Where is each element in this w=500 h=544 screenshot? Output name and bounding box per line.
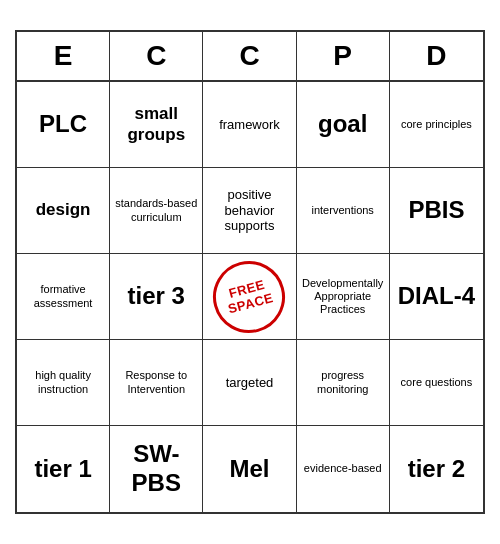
- cell-text-15: high quality instruction: [21, 369, 105, 395]
- cell-7: positive behavior supports: [203, 168, 296, 254]
- cell-text-10: formative assessment: [21, 283, 105, 309]
- cell-24: tier 2: [390, 426, 483, 512]
- cell-text-19: core questions: [401, 376, 473, 389]
- cell-text-4: core principles: [401, 118, 472, 131]
- cell-0: PLC: [17, 82, 110, 168]
- cell-4: core principles: [390, 82, 483, 168]
- cell-text-8: interventions: [312, 204, 374, 217]
- header-col-4: D: [390, 32, 483, 80]
- cell-text-14: DIAL-4: [398, 282, 475, 311]
- cell-18: progress monitoring: [297, 340, 390, 426]
- cell-text-0: PLC: [39, 110, 87, 139]
- header-col-0: E: [17, 32, 110, 80]
- header-col-3: P: [297, 32, 390, 80]
- cell-text-24: tier 2: [408, 455, 465, 484]
- cell-text-3: goal: [318, 110, 367, 139]
- cell-22: Mel: [203, 426, 296, 512]
- header-col-2: C: [203, 32, 296, 80]
- bingo-card: ECCPD PLCsmall groupsframeworkgoalcore p…: [15, 30, 485, 514]
- cell-14: DIAL-4: [390, 254, 483, 340]
- cell-15: high quality instruction: [17, 340, 110, 426]
- cell-text-11: tier 3: [128, 282, 185, 311]
- cell-text-7: positive behavior supports: [207, 187, 291, 234]
- cell-text-1: small groups: [114, 104, 198, 145]
- cell-11: tier 3: [110, 254, 203, 340]
- cell-text-5: design: [36, 200, 91, 220]
- free-space-circle: FREE SPACE: [205, 252, 293, 340]
- cell-16: Response to Intervention: [110, 340, 203, 426]
- cell-text-13: Developmentally Appropriate Practices: [301, 277, 385, 317]
- cell-8: interventions: [297, 168, 390, 254]
- cell-23: evidence-based: [297, 426, 390, 512]
- cell-text-21: SW-PBS: [114, 440, 198, 498]
- cell-text-23: evidence-based: [304, 462, 382, 475]
- cell-text-17: targeted: [226, 375, 274, 391]
- header-col-1: C: [110, 32, 203, 80]
- cell-6: standards-based curriculum: [110, 168, 203, 254]
- cell-21: SW-PBS: [110, 426, 203, 512]
- cell-text-9: PBIS: [408, 196, 464, 225]
- bingo-grid: PLCsmall groupsframeworkgoalcore princip…: [17, 82, 483, 512]
- cell-20: tier 1: [17, 426, 110, 512]
- cell-9: PBIS: [390, 168, 483, 254]
- cell-text-6: standards-based curriculum: [114, 197, 198, 223]
- cell-text-22: Mel: [229, 455, 269, 484]
- cell-2: framework: [203, 82, 296, 168]
- cell-5: design: [17, 168, 110, 254]
- cell-text-20: tier 1: [34, 455, 91, 484]
- cell-12: FREE SPACE: [203, 254, 296, 340]
- cell-1: small groups: [110, 82, 203, 168]
- cell-3: goal: [297, 82, 390, 168]
- cell-text-18: progress monitoring: [301, 369, 385, 395]
- cell-13: Developmentally Appropriate Practices: [297, 254, 390, 340]
- cell-text-16: Response to Intervention: [114, 369, 198, 395]
- header-row: ECCPD: [17, 32, 483, 82]
- cell-19: core questions: [390, 340, 483, 426]
- cell-text-2: framework: [219, 117, 280, 133]
- cell-17: targeted: [203, 340, 296, 426]
- free-space-text: FREE SPACE: [214, 274, 285, 320]
- cell-10: formative assessment: [17, 254, 110, 340]
